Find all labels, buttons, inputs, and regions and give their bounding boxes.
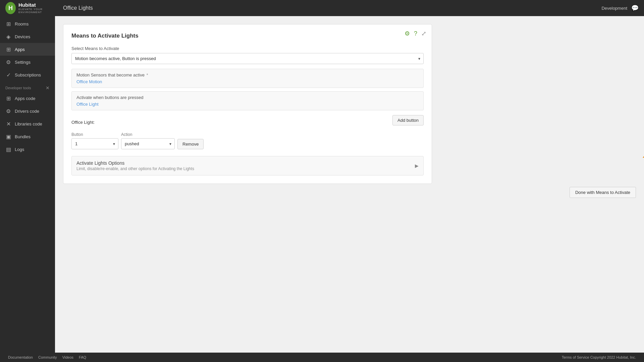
sidebar-label-subscriptions: Subscriptions [15, 72, 41, 77]
sidebar-item-rooms[interactable]: ⊞ Rooms [0, 17, 55, 30]
action-col-label: Action [121, 132, 175, 137]
sidebar-label-settings: Settings [15, 60, 31, 65]
footer-right: Terms of Service Copyright 2022 Hubitat,… [562, 355, 636, 359]
add-button[interactable]: Add button [392, 115, 424, 125]
devices-icon: ◈ [5, 34, 11, 40]
collapsible-title: Activate Lights Options [76, 160, 194, 166]
motion-sensor-box: Motion Sensors that become active * Offi… [71, 69, 424, 88]
settings-card-icon[interactable]: ⚙ [405, 30, 410, 37]
button-box-link[interactable]: Office Light [76, 102, 99, 107]
done-button[interactable]: Done with Means to Activate [570, 187, 636, 198]
footer: Documentation Community Videos FAQ Terms… [0, 353, 644, 362]
footer-link-faq[interactable]: FAQ [79, 355, 86, 359]
logo-title: Hubitat [18, 2, 60, 8]
drivers-code-icon: ⚙ [5, 108, 11, 114]
sidebar: ⊞ Rooms ◈ Devices ⊞ Apps ⚙ Settings ✓ Su… [0, 16, 55, 353]
sidebar-item-drivers-code[interactable]: ⚙ Drivers code [0, 105, 55, 117]
sidebar-label-rooms: Rooms [15, 21, 29, 27]
main-layout: ⊞ Rooms ◈ Devices ⊞ Apps ⚙ Settings ✓ Su… [0, 16, 644, 353]
main-card: ⚙ ? ⤢ Means to Activate Lights Select Me… [63, 24, 432, 184]
developer-tools-label: Developer tools ✕ [0, 81, 55, 92]
logo-icon: H [5, 2, 16, 14]
footer-link-documentation[interactable]: Documentation [8, 355, 33, 359]
select-means-label: Select Means to Activate [71, 46, 424, 51]
sidebar-item-apps-code[interactable]: ⊞ Apps code [0, 92, 55, 105]
button-box: Activate when buttons are pressed Office… [71, 91, 424, 110]
remove-button[interactable]: Remove [177, 139, 204, 149]
button-select[interactable]: 1 2 3 4 5 [71, 138, 118, 149]
sidebar-item-devices[interactable]: ◈ Devices [0, 30, 55, 43]
apps-icon: ⊞ [5, 46, 11, 52]
sidebar-label-devices: Devices [15, 34, 30, 39]
footer-links: Documentation Community Videos FAQ [8, 355, 86, 359]
sidebar-label-libraries-code: Libraries code [15, 121, 42, 126]
button-col-group: Button 1 2 3 4 5 ▾ [71, 132, 118, 149]
svg-marker-0 [643, 146, 644, 173]
remove-col-group: Remove [177, 133, 204, 149]
sidebar-label-drivers-code: Drivers code [15, 109, 39, 114]
env-label: Development [601, 6, 627, 11]
footer-copyright: Terms of Service Copyright 2022 Hubitat,… [562, 355, 636, 359]
sidebar-item-libraries-code[interactable]: ✕ Libraries code [0, 117, 55, 130]
collapsible-sub: Limit, disable/re-enable, and other opti… [76, 166, 194, 171]
card-icons: ⚙ ? ⤢ [405, 30, 426, 37]
logo-text-block: Hubitat ELEVATE YOUR ENVIRONMENT [18, 2, 60, 14]
settings-icon: ⚙ [5, 59, 11, 65]
sidebar-item-subscriptions[interactable]: ✓ Subscriptions [0, 68, 55, 81]
collapse-dev-icon[interactable]: ✕ [46, 85, 50, 91]
content-area: ⚙ ? ⤢ Means to Activate Lights Select Me… [55, 16, 644, 353]
rooms-icon: ⊞ [5, 21, 11, 27]
button-box-title: Activate when buttons are pressed [76, 95, 419, 100]
subscriptions-icon: ✓ [5, 72, 11, 78]
action-select-wrapper: pushed held released double tapped ▾ [121, 138, 175, 149]
collapsible-left: Activate Lights Options Limit, disable/r… [76, 160, 194, 171]
motion-sensor-link[interactable]: Office Motion [76, 79, 102, 84]
bundles-icon: ▣ [5, 134, 11, 140]
page-title: Office Lights [63, 5, 93, 11]
sidebar-label-bundles: Bundles [15, 134, 31, 139]
select-means-wrapper: Motion becomes active Button is pressed … [71, 53, 424, 64]
required-marker: * [147, 73, 148, 77]
libraries-code-icon: ✕ [5, 121, 11, 127]
top-header: H Hubitat ELEVATE YOUR ENVIRONMENT Offic… [0, 0, 644, 16]
select-means-dropdown[interactable]: Motion becomes active Button is pressed … [71, 53, 424, 64]
logo-sub: ELEVATE YOUR ENVIRONMENT [18, 8, 60, 14]
sidebar-label-apps: Apps [15, 47, 25, 52]
sidebar-item-bundles[interactable]: ▣ Bundles [0, 130, 55, 143]
header-right: Development 💬 [601, 4, 639, 12]
sidebar-label-logs: Logs [15, 147, 24, 152]
footer-link-community[interactable]: Community [38, 355, 57, 359]
office-light-label: Office Light: [71, 120, 95, 125]
sidebar-item-settings[interactable]: ⚙ Settings [0, 56, 55, 68]
collapsible-arrow-icon: ▶ [415, 163, 419, 168]
help-card-icon[interactable]: ? [414, 30, 417, 37]
action-select[interactable]: pushed held released double tapped [121, 138, 175, 149]
footer-link-videos[interactable]: Videos [62, 355, 73, 359]
apps-code-icon: ⊞ [5, 95, 11, 101]
arrow-indicator [643, 146, 644, 174]
logs-icon: ▤ [5, 146, 11, 152]
activate-lights-collapsible[interactable]: Activate Lights Options Limit, disable/r… [71, 156, 424, 175]
button-col-label: Button [71, 132, 118, 137]
logo-area: H Hubitat ELEVATE YOUR ENVIRONMENT [5, 2, 60, 14]
card-wrapper: ⚙ ? ⤢ Means to Activate Lights Select Me… [63, 24, 636, 184]
button-action-row: Button 1 2 3 4 5 ▾ [71, 132, 424, 149]
button-select-wrapper: 1 2 3 4 5 ▾ [71, 138, 118, 149]
sidebar-item-apps[interactable]: ⊞ Apps [0, 43, 55, 56]
expand-card-icon[interactable]: ⤢ [421, 30, 426, 37]
sidebar-label-apps-code: Apps code [15, 96, 35, 101]
section-title: Means to Activate Lights [71, 33, 424, 39]
action-col-group: Action pushed held released double tappe… [121, 132, 175, 149]
motion-sensor-title: Motion Sensors that become active * [76, 72, 419, 77]
sidebar-item-logs[interactable]: ▤ Logs [0, 143, 55, 156]
notification-icon[interactable]: 💬 [631, 4, 639, 12]
